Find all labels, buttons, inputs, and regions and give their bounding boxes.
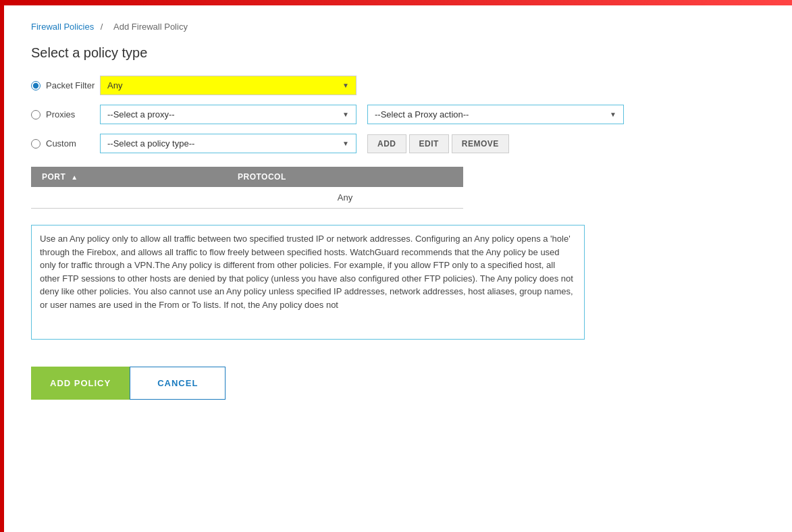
proxies-radio[interactable] <box>31 110 41 119</box>
proxy-arrow-icon: ▼ <box>342 111 349 118</box>
packet-filter-dropdown[interactable]: Any ▼ <box>100 76 357 95</box>
packet-filter-value: Any <box>107 80 122 90</box>
remove-button[interactable]: REMOVE <box>452 134 509 153</box>
custom-action-buttons: ADD EDIT REMOVE <box>367 134 509 153</box>
add-button[interactable]: ADD <box>367 134 406 153</box>
packet-filter-arrow-icon: ▼ <box>342 82 349 89</box>
packet-filter-row: Packet Filter Any ▼ <box>31 76 765 95</box>
breadcrumb-current: Add Firewall Policy <box>113 22 188 32</box>
proxy-action-placeholder: --Select a Proxy action-- <box>375 109 469 119</box>
cancel-button[interactable]: CANCEL <box>130 367 226 400</box>
port-column-header: PORT ▲ <box>31 167 227 187</box>
custom-placeholder: --Select a policy type-- <box>107 138 194 149</box>
custom-radio[interactable] <box>31 139 41 149</box>
breadcrumb-separator: / <box>101 22 103 32</box>
description-text: Use an Any policy only to allow all traf… <box>40 232 576 311</box>
breadcrumb-link[interactable]: Firewall Policies <box>31 22 94 32</box>
edit-button[interactable]: EDIT <box>409 134 449 153</box>
proxy-action-dropdown[interactable]: --Select a Proxy action-- ▼ <box>367 105 624 124</box>
sort-icon: ▲ <box>71 174 78 181</box>
packet-filter-label: Packet Filter <box>46 80 100 90</box>
proxy-select-dropdown[interactable]: --Select a proxy-- ▼ <box>100 105 357 124</box>
left-accent <box>0 5 4 532</box>
port-cell <box>31 187 227 209</box>
protocol-column-header: PROTOCOL <box>227 167 463 187</box>
packet-filter-radio[interactable] <box>31 81 41 90</box>
proxy-dropdowns: --Select a proxy-- ▼ --Select a Proxy ac… <box>100 105 624 124</box>
protocol-cell: Any <box>227 187 463 209</box>
custom-controls: --Select a policy type-- ▼ ADD EDIT REMO… <box>100 134 509 153</box>
proxies-row: Proxies --Select a proxy-- ▼ --Select a … <box>31 105 765 124</box>
description-box[interactable]: Use an Any policy only to allow all traf… <box>31 225 585 340</box>
custom-row: Custom --Select a policy type-- ▼ ADD ED… <box>31 134 765 153</box>
custom-arrow-icon: ▼ <box>342 140 349 147</box>
custom-policy-type-dropdown[interactable]: --Select a policy type-- ▼ <box>100 134 357 153</box>
proxy-placeholder: --Select a proxy-- <box>107 109 175 119</box>
top-bar <box>0 0 792 5</box>
proxy-action-arrow-icon: ▼ <box>610 111 616 118</box>
port-protocol-table: PORT ▲ PROTOCOL Any <box>31 167 463 209</box>
breadcrumb: Firewall Policies / Add Firewall Policy <box>31 22 765 32</box>
table-row: Any <box>31 187 463 209</box>
add-policy-button[interactable]: ADD POLICY <box>31 367 130 400</box>
policy-type-section: Packet Filter Any ▼ Proxies --Select a p… <box>31 76 765 153</box>
page-title: Select a policy type <box>31 45 765 61</box>
proxies-label: Proxies <box>46 109 100 119</box>
footer-buttons: ADD POLICY CANCEL <box>31 367 765 400</box>
custom-label: Custom <box>46 138 100 149</box>
